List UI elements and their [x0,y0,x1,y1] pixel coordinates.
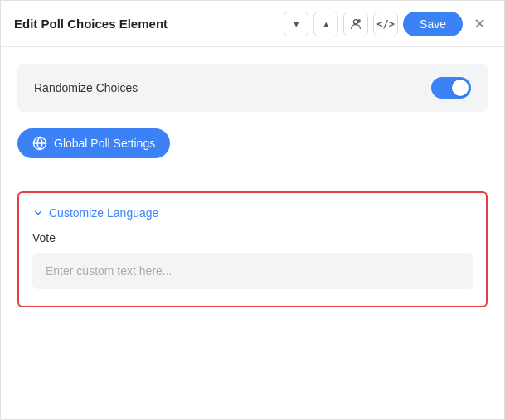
customize-language-section: Customize Language Vote [17,191,488,307]
save-button[interactable]: Save [403,12,463,36]
person-icon: ⚙ [349,17,362,31]
svg-text:⚙: ⚙ [357,20,360,23]
header-controls: ▾ ▲ ⚙ </> Save ✕ [284,12,491,36]
randomize-label: Randomize Choices [34,81,138,94]
randomize-choices-row: Randomize Choices [17,64,488,112]
modal-content: Randomize Choices Global Poll Settings [1,47,504,419]
up-icon: ▲ [322,19,331,29]
edit-poll-modal: Edit Poll Choices Element ▾ ▲ ⚙ [0,0,505,420]
custom-text-input[interactable] [32,253,473,289]
code-icon: </> [376,18,395,30]
dropdown-btn[interactable]: ▾ [284,12,308,36]
close-icon: ✕ [473,15,486,33]
randomize-toggle[interactable] [431,77,471,99]
global-poll-label: Global Poll Settings [54,137,155,150]
close-button[interactable]: ✕ [468,12,491,36]
code-btn[interactable]: </> [373,12,398,36]
global-poll-settings-button[interactable]: Global Poll Settings [17,128,170,158]
customize-language-header: Customize Language [32,206,473,220]
up-btn[interactable]: ▲ [313,12,338,36]
modal-header: Edit Poll Choices Element ▾ ▲ ⚙ [1,1,504,47]
integrations-btn[interactable]: ⚙ [343,12,368,36]
globe-icon [32,136,47,151]
chevron-down-icon [32,207,44,219]
modal-title: Edit Poll Choices Element [14,17,277,31]
vote-label: Vote [32,231,473,244]
dropdown-icon: ▾ [294,17,299,30]
customize-language-link[interactable]: Customize Language [49,206,158,220]
toggle-slider [431,77,471,99]
